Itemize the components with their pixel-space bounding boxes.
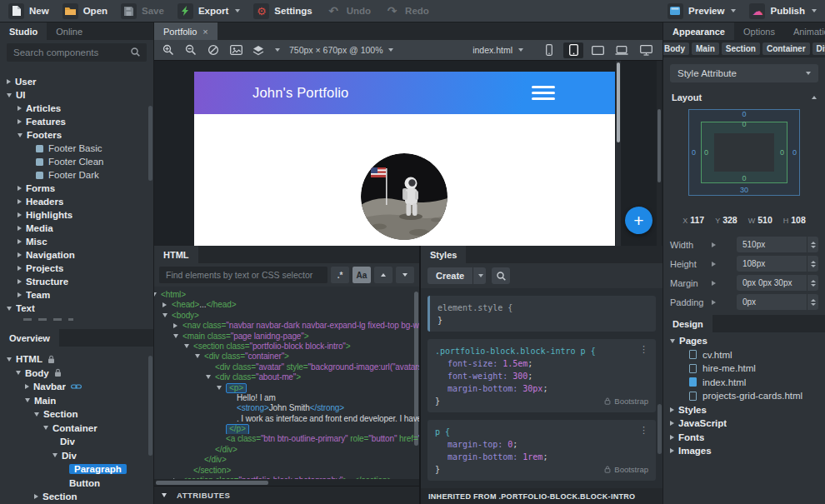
component-item-headers[interactable]: Headers	[0, 195, 153, 208]
tab-html[interactable]: HTML	[154, 246, 198, 263]
device-phone-button[interactable]	[539, 42, 559, 58]
collapse-arrow-icon[interactable]	[162, 313, 168, 317]
css-rule-card[interactable]: p {⋮margin-top: 0;margin-bottom: 1rem;}B…	[428, 420, 656, 481]
component-item-ui[interactable]: UI	[0, 88, 153, 102]
tab-animation[interactable]: Animation	[784, 22, 825, 40]
code-line[interactable]: <a class="btn btn-outline-primary" role=…	[154, 434, 419, 444]
find-previous-button[interactable]	[374, 267, 392, 283]
collapse-arrow-icon[interactable]	[16, 371, 21, 375]
stepper-control[interactable]	[807, 294, 818, 310]
field-input-padding[interactable]: 0px	[737, 294, 818, 310]
code-line[interactable]: <div class="about-me">	[154, 372, 419, 382]
expand-arrow-icon[interactable]	[18, 239, 22, 244]
code-horizontal-scrollbar[interactable]	[154, 479, 419, 486]
search-styles-button[interactable]	[492, 267, 510, 284]
component-item-footer-clean[interactable]: Footer Clean	[0, 155, 153, 168]
field-input-margin[interactable]: 0px 0px 30px	[737, 275, 818, 291]
find-elements-input[interactable]: Find elements by text or CSS selector	[159, 267, 328, 283]
expand-arrow-icon[interactable]	[670, 421, 674, 426]
device-display-button[interactable]	[588, 42, 608, 58]
code-line[interactable]: <nav class="navbar navbar-dark navbar-ex…	[154, 321, 419, 331]
component-item-media[interactable]: Media	[0, 222, 153, 235]
expand-arrow-icon[interactable]	[670, 435, 674, 440]
styles-scrollbar[interactable]	[658, 404, 662, 454]
code-line[interactable]: </div>	[154, 445, 419, 455]
collapse-arrow-icon[interactable]	[184, 344, 189, 348]
component-item-features[interactable]: Features	[0, 115, 153, 128]
collapse-arrow-icon[interactable]	[206, 375, 211, 379]
collapse-arrow-icon[interactable]	[195, 354, 200, 358]
code-line[interactable]: </p>	[154, 424, 419, 434]
regex-toggle-button[interactable]: .*	[331, 267, 349, 283]
component-item-forms[interactable]: Forms	[0, 182, 153, 195]
collapse-arrow-icon[interactable]	[173, 334, 178, 338]
code-line[interactable]: <strong>John Smith</strong>	[154, 403, 419, 413]
expand-arrow-icon[interactable]	[670, 448, 674, 453]
field-expand-icon[interactable]	[712, 281, 716, 286]
component-item-articles[interactable]: Articles	[0, 102, 153, 115]
collapse-arrow-icon[interactable]	[7, 357, 12, 362]
stepper-control[interactable]	[807, 256, 818, 272]
expand-arrow-icon[interactable]	[18, 292, 22, 297]
expand-arrow-icon[interactable]	[34, 494, 38, 499]
stepper-control[interactable]	[807, 275, 818, 291]
layers-icon[interactable]	[251, 42, 266, 57]
overview-node-item-div[interactable]: Div	[0, 435, 153, 449]
component-item-footers[interactable]: Footers	[0, 128, 153, 142]
collapse-arrow-icon[interactable]	[18, 133, 22, 137]
device-laptop-button[interactable]	[612, 42, 632, 58]
code-line[interactable]: <section class="portfolio-block block-in…	[154, 342, 419, 352]
disable-styles-icon[interactable]	[206, 42, 221, 57]
overview-node-item-paragraph[interactable]: Paragraph	[0, 462, 153, 477]
expand-arrow-icon[interactable]	[7, 79, 11, 84]
collapse-arrow-icon[interactable]	[52, 453, 58, 457]
stepper-up-icon[interactable]	[811, 299, 816, 302]
component-item-user[interactable]: User	[0, 75, 153, 88]
collapse-arrow-icon[interactable]	[7, 93, 12, 97]
new-button[interactable]: New	[8, 3, 49, 19]
tab-appearance[interactable]: Appearance	[663, 22, 734, 40]
export-button[interactable]: Export	[178, 3, 240, 19]
code-line[interactable]: </section>	[154, 466, 419, 476]
tab-portfolio[interactable]: Portfolio ×	[154, 22, 218, 40]
tab-online[interactable]: Online	[47, 22, 92, 40]
overview-node-item-html[interactable]: HTML	[0, 352, 153, 367]
stepper-up-icon[interactable]	[811, 242, 816, 244]
field-expand-icon[interactable]	[712, 242, 716, 247]
add-component-button[interactable]: +	[625, 207, 652, 234]
expand-arrow-icon[interactable]	[18, 186, 22, 191]
stepper-up-icon[interactable]	[811, 261, 816, 263]
layout-section-header[interactable]: Layout	[663, 84, 825, 104]
breadcrumb-container[interactable]: Container	[762, 42, 810, 55]
component-item-projects[interactable]: Projects	[0, 262, 153, 275]
design-node-item-cv-html[interactable]: cv.html	[663, 348, 825, 362]
code-hscrollbar-thumb[interactable]	[156, 481, 268, 485]
code-line[interactable]: <div class="container">	[154, 352, 419, 362]
design-node-item-index-html[interactable]: index.html	[663, 376, 825, 390]
library-scrollbar[interactable]	[148, 106, 152, 181]
page-preview[interactable]: John's Portfolio	[194, 72, 615, 246]
find-next-button[interactable]	[396, 267, 414, 283]
undo-button[interactable]: ↶ Undo	[326, 3, 371, 19]
collapse-arrow-icon[interactable]	[7, 307, 12, 311]
stepper-up-icon[interactable]	[811, 280, 816, 282]
overview-node-item-div[interactable]: Div	[0, 449, 153, 463]
expand-arrow-icon[interactable]	[18, 212, 22, 217]
design-node-item-fonts[interactable]: Fonts	[663, 431, 825, 445]
expand-arrow-icon[interactable]	[18, 199, 22, 204]
code-line[interactable]: <p>	[154, 383, 419, 393]
tab-design[interactable]: Design	[663, 315, 712, 332]
stepper-down-icon[interactable]	[811, 246, 816, 248]
attributes-bar[interactable]: ATTRIBUTES	[154, 486, 419, 504]
design-node-item-projects-grid-cards-html[interactable]: projects-grid-cards.html	[663, 389, 825, 403]
overview-node-item-container[interactable]: Container	[0, 422, 153, 436]
image-placeholder-icon[interactable]	[228, 42, 243, 57]
save-button[interactable]: Save	[121, 3, 164, 19]
expand-arrow-icon[interactable]	[18, 266, 22, 271]
collapse-arrow-icon[interactable]	[25, 398, 30, 402]
tab-styles[interactable]: Styles	[421, 246, 466, 263]
stepper-control[interactable]	[807, 237, 818, 252]
stepper-down-icon[interactable]	[811, 284, 816, 287]
breadcrumb-body[interactable]: Body	[663, 42, 689, 55]
close-tab-icon[interactable]: ×	[202, 27, 208, 37]
